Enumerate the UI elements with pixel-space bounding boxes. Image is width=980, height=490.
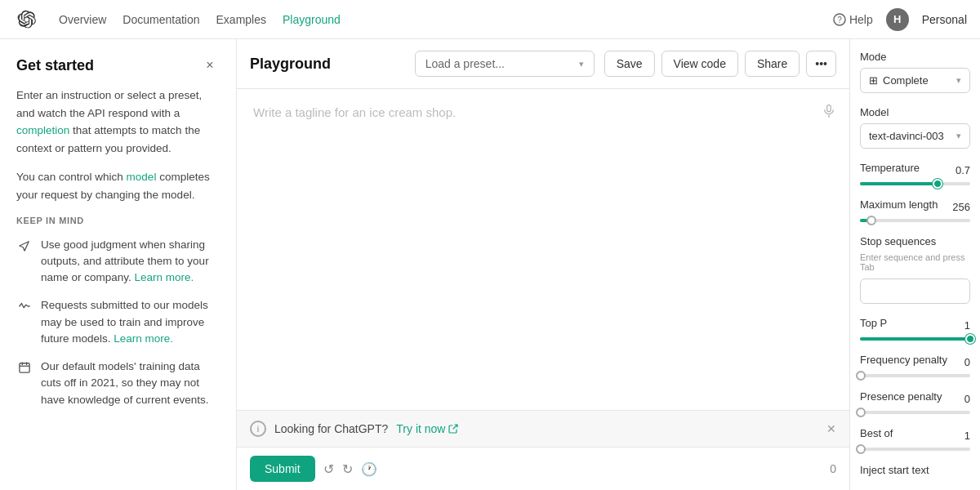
activity-icon — [16, 298, 33, 314]
temperature-thumb[interactable] — [933, 179, 942, 189]
top-p-value: 1 — [964, 319, 970, 332]
model-select[interactable]: text-davinci-003 ▾ — [860, 123, 970, 149]
top-p-label: Top P — [860, 317, 887, 329]
close-sidebar-button[interactable]: × — [200, 56, 220, 75]
sidebar: Get started × Enter an instruction or se… — [0, 39, 237, 490]
topnav: Overview Documentation Examples Playgrou… — [0, 0, 980, 39]
mode-label: Mode — [860, 51, 970, 63]
max-length-section: Maximum length 256 — [860, 198, 970, 222]
frequency-penalty-section: Frequency penalty 0 — [860, 354, 970, 377]
personal-label[interactable]: Personal — [922, 13, 967, 26]
editor-area[interactable]: Write a tagline for an ice cream shop. — [237, 89, 849, 410]
best-of-thumb[interactable] — [856, 444, 866, 454]
nav-playground[interactable]: Playground — [283, 13, 341, 26]
model-value: text-davinci-003 — [869, 130, 944, 142]
content-header: Playground Load a preset... ▾ Save View … — [237, 39, 849, 89]
history-icon[interactable]: 🕐 — [361, 461, 377, 477]
submit-button[interactable]: Submit — [250, 456, 315, 482]
sidebar-description-2: You can control which model completes yo… — [16, 168, 220, 203]
keep-in-mind-heading: Keep in mind — [16, 216, 220, 225]
sidebar-item-2: Our default models' training data cuts o… — [16, 359, 220, 408]
top-p-slider[interactable] — [860, 337, 970, 341]
preset-dropdown[interactable]: Load a preset... ▾ — [415, 51, 595, 77]
editor-wrapper: Write a tagline for an ice cream shop. i… — [237, 89, 849, 490]
save-button[interactable]: Save — [604, 51, 655, 77]
presence-penalty-section: Presence penalty 0 — [860, 390, 970, 414]
temperature-fill — [860, 182, 938, 185]
calendar-icon — [16, 359, 33, 376]
presence-penalty-thumb[interactable] — [856, 408, 866, 417]
view-code-button[interactable]: View code — [662, 51, 738, 77]
stop-sequences-input[interactable] — [860, 278, 970, 304]
mode-chevron-icon: ▾ — [956, 75, 961, 86]
sidebar-title: Get started — [16, 57, 94, 74]
editor-placeholder: Write a tagline for an ice cream shop. — [253, 105, 456, 119]
inject-start-label: Inject start text — [860, 464, 970, 476]
inject-start-section: Inject start text — [860, 464, 970, 476]
model-label: Model — [860, 106, 970, 118]
more-options-button[interactable]: ••• — [806, 51, 836, 77]
max-length-label: Maximum length — [860, 198, 938, 211]
send-icon — [16, 238, 33, 254]
help-circle-icon: ? — [833, 13, 846, 26]
bottom-icons: ↺ ↻ 🕐 — [323, 461, 377, 477]
best-of-label: Best of — [860, 427, 893, 439]
nav-overview[interactable]: Overview — [59, 13, 106, 26]
svg-rect-6 — [827, 105, 831, 112]
stop-sequences-hint: Enter sequence and press Tab — [860, 252, 970, 272]
mic-icon[interactable] — [822, 104, 836, 121]
frequency-penalty-slider[interactable] — [860, 374, 970, 377]
try-it-now-link[interactable]: Try it now — [396, 422, 458, 435]
svg-text:?: ? — [837, 16, 842, 24]
sidebar-description: Enter an instruction or select a preset,… — [16, 87, 220, 157]
share-button[interactable]: Share — [745, 51, 800, 77]
stop-sequences-label: Stop sequences — [860, 235, 970, 247]
right-panel: Mode ⊞ Complete ▾ Model text-davinci-003… — [849, 39, 980, 490]
external-link-icon — [448, 424, 458, 434]
frequency-penalty-thumb[interactable] — [856, 371, 866, 381]
avatar[interactable]: H — [886, 8, 909, 31]
main-layout: Get started × Enter an instruction or se… — [0, 39, 980, 490]
sidebar-item-0: Use good judgment when sharing outputs, … — [16, 237, 220, 287]
model-link[interactable]: model — [127, 171, 157, 183]
stop-sequences-section: Stop sequences Enter sequence and press … — [860, 235, 970, 304]
model-section: Model text-davinci-003 ▾ — [860, 106, 970, 149]
chevron-down-icon: ▾ — [579, 59, 584, 69]
page-title: Playground — [250, 56, 405, 73]
learn-more-link-1[interactable]: Learn more. — [114, 332, 173, 345]
notification-text: Looking for ChatGPT? — [274, 422, 388, 435]
max-length-thumb[interactable] — [866, 216, 876, 225]
sidebar-items: Use good judgment when sharing outputs, … — [16, 237, 220, 408]
mode-select[interactable]: ⊞ Complete ▾ — [860, 68, 970, 93]
mode-grid-icon: ⊞ — [869, 74, 878, 87]
openai-logo[interactable] — [13, 7, 39, 33]
mode-value: Complete — [883, 74, 929, 87]
learn-more-link-0[interactable]: Learn more. — [135, 271, 194, 283]
help-button[interactable]: ? Help — [833, 13, 873, 26]
model-chevron-icon: ▾ — [956, 131, 961, 141]
temperature-section: Temperature 0.7 — [860, 162, 970, 185]
notification-close-button[interactable]: ✕ — [826, 422, 836, 435]
best-of-slider[interactable] — [860, 448, 970, 451]
topnav-links: Overview Documentation Examples Playgrou… — [59, 13, 341, 26]
best-of-section: Best of 1 — [860, 427, 970, 451]
presence-penalty-label: Presence penalty — [860, 390, 942, 403]
sidebar-item-text-2: Our default models' training data cuts o… — [41, 359, 220, 408]
top-p-fill — [860, 337, 970, 341]
presence-penalty-slider[interactable] — [860, 411, 970, 414]
top-p-thumb[interactable] — [965, 334, 975, 344]
sidebar-item-text-0: Use good judgment when sharing outputs, … — [41, 237, 220, 287]
nav-examples[interactable]: Examples — [216, 13, 266, 26]
max-length-value: 256 — [952, 201, 970, 213]
notification-bar: i Looking for ChatGPT? Try it now ✕ — [237, 410, 849, 447]
frequency-penalty-value: 0 — [964, 356, 970, 368]
completion-link[interactable]: completion — [16, 124, 69, 136]
sidebar-item-text-1: Requests submitted to our models may be … — [41, 297, 220, 347]
best-of-value: 1 — [964, 430, 970, 442]
redo-icon[interactable]: ↻ — [342, 461, 353, 477]
max-length-slider[interactable] — [860, 219, 970, 222]
undo-icon[interactable]: ↺ — [323, 461, 334, 477]
toolbar-buttons: Save View code Share ••• — [604, 51, 836, 77]
temperature-slider[interactable] — [860, 182, 970, 185]
nav-documentation[interactable]: Documentation — [122, 13, 199, 26]
